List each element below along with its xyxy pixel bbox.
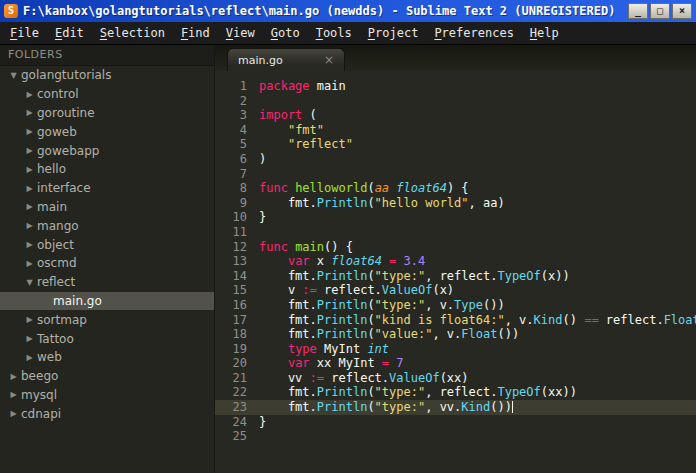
menu-preferences[interactable]: Preferences xyxy=(426,24,521,42)
chevron-right-icon[interactable]: ▶ xyxy=(22,165,37,174)
chevron-right-icon[interactable]: ▶ xyxy=(6,390,21,399)
window-title: F:\kanbox\golangtutorials\reflect\main.g… xyxy=(23,0,623,22)
tree-folder-interface[interactable]: ▶interface xyxy=(0,179,214,198)
chevron-right-icon[interactable]: ▶ xyxy=(22,259,37,268)
code-line-content: v := reflect.ValueOf(x) xyxy=(259,283,454,298)
code-line-25: 25 xyxy=(215,429,696,444)
code-line-content: type MyInt int xyxy=(259,342,389,357)
file-indent-spacer xyxy=(38,296,53,305)
maximize-button[interactable]: □ xyxy=(650,3,670,19)
code-line-content: vv := reflect.ValueOf(xx) xyxy=(259,371,469,386)
tab-close-icon[interactable]: × xyxy=(324,53,334,67)
tree-item-label: mysql xyxy=(21,388,57,402)
chevron-right-icon[interactable]: ▶ xyxy=(22,146,37,155)
tree-folder-golangtutorials[interactable]: ▼golangtutorials xyxy=(0,66,214,85)
code-area[interactable]: 1package main23import (4 "fmt"5 "reflect… xyxy=(215,71,696,473)
close-button[interactable]: × xyxy=(672,3,692,19)
chevron-right-icon[interactable]: ▶ xyxy=(22,184,37,193)
menu-help[interactable]: Help xyxy=(522,24,567,42)
tree-item-label: mango xyxy=(37,219,79,233)
tree-folder-web[interactable]: ▶web xyxy=(0,348,214,367)
menu-view[interactable]: View xyxy=(218,24,263,42)
line-number: 3 xyxy=(215,108,259,123)
chevron-right-icon[interactable]: ▶ xyxy=(22,334,37,343)
tree-folder-sortmap[interactable]: ▶sortmap xyxy=(0,310,214,329)
tree-folder-control[interactable]: ▶control xyxy=(0,85,214,104)
tree-item-label: object xyxy=(37,238,74,252)
line-number: 13 xyxy=(215,254,259,269)
folder-tree: ▼golangtutorials▶control▶goroutine▶goweb… xyxy=(0,66,214,423)
chevron-down-icon[interactable]: ▼ xyxy=(22,278,37,287)
chevron-right-icon[interactable]: ▶ xyxy=(22,127,37,136)
menu-edit[interactable]: Edit xyxy=(47,24,92,42)
menu-project[interactable]: Project xyxy=(360,24,427,42)
tree-folder-tattoo[interactable]: ▶Tattoo xyxy=(0,329,214,348)
line-number: 10 xyxy=(215,210,259,225)
line-number: 16 xyxy=(215,298,259,313)
code-line-content: package main xyxy=(259,79,346,94)
code-line-2: 2 xyxy=(215,94,696,109)
window-controls: _ □ × xyxy=(628,3,692,19)
menu-goto[interactable]: Goto xyxy=(263,24,308,42)
code-line-3: 3import ( xyxy=(215,108,696,123)
line-number: 17 xyxy=(215,313,259,328)
code-line-content: "fmt" xyxy=(259,123,324,138)
chevron-right-icon[interactable]: ▶ xyxy=(22,353,37,362)
menu-find[interactable]: Find xyxy=(173,24,218,42)
tree-folder-object[interactable]: ▶object xyxy=(0,235,214,254)
tree-folder-hello[interactable]: ▶hello xyxy=(0,160,214,179)
minimize-button[interactable]: _ xyxy=(628,3,648,19)
tree-folder-goroutine[interactable]: ▶goroutine xyxy=(0,104,214,123)
tree-item-label: oscmd xyxy=(37,256,77,270)
chevron-right-icon[interactable]: ▶ xyxy=(6,409,21,418)
chevron-down-icon[interactable]: ▼ xyxy=(6,71,21,80)
line-number: 24 xyxy=(215,415,259,430)
menu-file[interactable]: File xyxy=(2,24,47,42)
code-line-content: var x float64 = 3.4 xyxy=(259,254,425,269)
code-line-11: 11 xyxy=(215,225,696,240)
tree-folder-oscmd[interactable]: ▶oscmd xyxy=(0,254,214,273)
line-number: 2 xyxy=(215,94,259,109)
menu-bar: FileEditSelectionFindViewGotoToolsProjec… xyxy=(0,22,696,45)
tree-folder-beego[interactable]: ▶beego xyxy=(0,367,214,386)
tree-item-label: web xyxy=(37,350,62,364)
line-number: 18 xyxy=(215,327,259,342)
code-line-14: 14 fmt.Println("type:", reflect.TypeOf(x… xyxy=(215,269,696,284)
tree-folder-gowebapp[interactable]: ▶gowebapp xyxy=(0,141,214,160)
tree-folder-goweb[interactable]: ▶goweb xyxy=(0,122,214,141)
tree-folder-cdnapi[interactable]: ▶cdnapi xyxy=(0,404,214,423)
tree-file-main.go[interactable]: main.go xyxy=(0,292,214,311)
chevron-right-icon[interactable]: ▶ xyxy=(22,221,37,230)
chevron-right-icon[interactable]: ▶ xyxy=(22,90,37,99)
menu-selection[interactable]: Selection xyxy=(92,24,173,42)
tree-folder-reflect[interactable]: ▼reflect xyxy=(0,273,214,292)
code-line-12: 12func main() { xyxy=(215,240,696,255)
chevron-right-icon[interactable]: ▶ xyxy=(22,108,37,117)
chevron-right-icon[interactable]: ▶ xyxy=(22,315,37,324)
code-line-24: 24} xyxy=(215,415,696,430)
tree-item-label: goweb xyxy=(37,125,77,139)
line-number: 15 xyxy=(215,283,259,298)
code-line-content: "reflect" xyxy=(259,137,353,152)
title-bar: S F:\kanbox\golangtutorials\reflect\main… xyxy=(0,0,696,22)
tree-folder-mango[interactable]: ▶mango xyxy=(0,216,214,235)
chevron-right-icon[interactable]: ▶ xyxy=(6,372,21,381)
line-number: 5 xyxy=(215,137,259,152)
chevron-right-icon[interactable]: ▶ xyxy=(22,202,37,211)
tree-folder-main[interactable]: ▶main xyxy=(0,198,214,217)
tree-folder-mysql[interactable]: ▶mysql xyxy=(0,386,214,405)
code-line-16: 16 fmt.Println("type:", v.Type()) xyxy=(215,298,696,313)
tree-item-label: cdnapi xyxy=(21,407,61,421)
code-line-content: func main() { xyxy=(259,240,353,255)
menu-tools[interactable]: Tools xyxy=(308,24,360,42)
line-number: 12 xyxy=(215,240,259,255)
tree-item-label: Tattoo xyxy=(37,332,74,346)
tab-main-go[interactable]: main.go × xyxy=(227,48,345,71)
code-line-21: 21 vv := reflect.ValueOf(xx) xyxy=(215,371,696,386)
sublime-text-icon: S xyxy=(4,4,18,18)
chevron-right-icon[interactable]: ▶ xyxy=(22,240,37,249)
tree-item-label: goroutine xyxy=(37,106,95,120)
tree-item-label: control xyxy=(37,87,79,101)
code-line-5: 5 "reflect" xyxy=(215,137,696,152)
code-line-1: 1package main xyxy=(215,79,696,94)
